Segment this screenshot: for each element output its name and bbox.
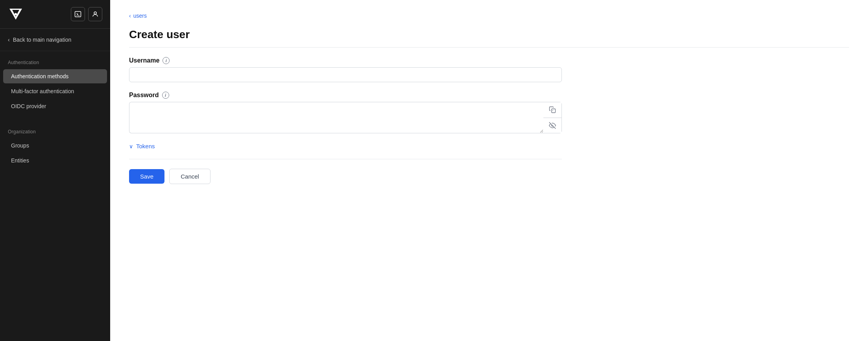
back-chevron-icon: ‹ [8,37,10,43]
svg-point-2 [15,13,17,15]
save-button[interactable]: Save [129,169,164,184]
tokens-chevron-icon: ∨ [129,143,133,149]
copy-password-button[interactable] [543,102,561,118]
sidebar-item-groups[interactable]: Groups [3,138,107,153]
password-wrapper [129,102,562,133]
password-actions [543,102,562,133]
main-content: ‹ users Create user Username i Password … [110,0,868,341]
organization-section-label: Organization [0,127,110,138]
create-user-form: Username i Password i [129,57,562,184]
form-actions: Save Cancel [129,169,562,184]
terminal-button[interactable] [71,7,85,21]
username-info-icon[interactable]: i [163,57,170,64]
sidebar-item-auth-methods[interactable]: Authentication methods [3,69,107,83]
toggle-password-visibility-button[interactable] [543,118,561,133]
password-textarea[interactable] [129,102,543,133]
page-title: Create user [129,28,849,48]
username-field: Username i [129,57,562,82]
logo [8,6,24,22]
breadcrumb-link[interactable]: users [133,13,147,19]
user-button[interactable] [88,7,102,21]
breadcrumb-chevron-icon: ‹ [129,13,131,19]
header-icons [71,7,102,21]
sidebar-header [0,0,110,29]
authentication-section-label: Authentication [0,57,110,68]
breadcrumb: ‹ users [129,13,849,19]
svg-point-5 [94,12,96,14]
password-field: Password i [129,92,562,133]
username-label: Username i [129,57,562,64]
tokens-toggle-button[interactable]: ∨ Tokens [129,143,155,149]
organization-section: Organization Groups Entities [0,120,110,175]
password-info-icon[interactable]: i [162,92,169,99]
svg-rect-6 [552,109,556,113]
cancel-button[interactable]: Cancel [169,169,211,184]
sidebar-item-entities[interactable]: Entities [3,153,107,168]
sidebar: ‹ Back to main navigation Authentication… [0,0,110,341]
back-to-main-nav[interactable]: ‹ Back to main navigation [0,29,110,51]
tokens-section: ∨ Tokens [129,143,562,159]
back-nav-label: Back to main navigation [13,37,72,43]
sidebar-item-oidc[interactable]: OIDC provider [3,99,107,113]
sidebar-item-mfa[interactable]: Multi-factor authentication [3,84,107,98]
authentication-section: Authentication Authentication methods Mu… [0,51,110,120]
username-input[interactable] [129,67,562,82]
password-label: Password i [129,92,562,99]
